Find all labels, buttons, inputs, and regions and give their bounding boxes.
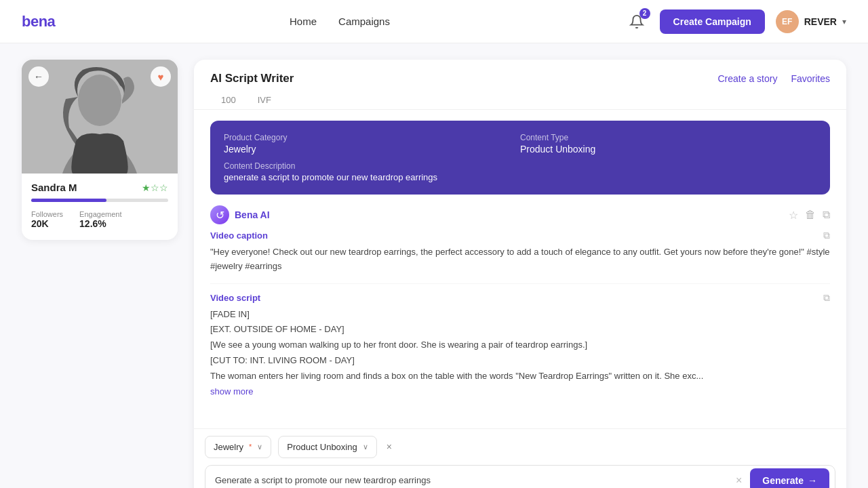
- ai-name: Bena AI: [235, 209, 270, 220]
- video-script-header: Video script ⧉: [210, 292, 830, 304]
- content-type-value: Product Unboxing: [520, 144, 816, 155]
- engagement-value: 12.6%: [79, 218, 121, 229]
- content-description-label: Content Description: [224, 161, 816, 171]
- copy-all-button[interactable]: ⧉: [823, 209, 830, 222]
- copy-caption-button[interactable]: ⧉: [823, 230, 830, 241]
- navbar: bena Home Campaigns 2 Create Campaign EF…: [0, 0, 868, 43]
- back-button[interactable]: ←: [28, 66, 49, 87]
- video-script-title: Video script: [210, 293, 260, 303]
- product-category-item: Product Category Jewelry: [224, 133, 520, 155]
- chevron-icon: ∨: [257, 443, 262, 451]
- create-campaign-button[interactable]: Create Campaign: [660, 9, 765, 34]
- profile-stars: ★☆☆: [142, 182, 168, 193]
- generate-button[interactable]: Generate →: [750, 468, 829, 488]
- filter-row: Jewelry * ∨ Product Unboxing ∨ ×: [205, 436, 835, 458]
- profile-name: Sandra M: [31, 182, 77, 193]
- nav-links: Home Campaigns: [290, 16, 390, 27]
- ai-actions: ☆ 🗑 ⧉: [789, 209, 830, 222]
- heart-icon: ♥: [158, 71, 164, 83]
- script-header-actions: Create a story Favorites: [717, 73, 830, 84]
- video-script-text: [FADE IN][EXT. OUTSIDE OF HOME - DAY][We…: [210, 308, 830, 384]
- chevron-icon-2: ∨: [363, 443, 368, 451]
- jewelry-filter-label: Jewelry: [214, 442, 243, 452]
- chevron-down-icon: ▾: [842, 17, 846, 26]
- create-story-button[interactable]: Create a story: [717, 73, 777, 84]
- show-more-link[interactable]: show more: [210, 386, 254, 396]
- ai-message: ↺ Bena AI ☆ 🗑 ⧉ Video caption ⧉: [210, 205, 830, 407]
- favorite-button[interactable]: ♥: [151, 66, 171, 87]
- filter-close-button[interactable]: ×: [384, 441, 395, 452]
- required-marker: *: [249, 443, 252, 451]
- followers-value: 20K: [31, 218, 63, 229]
- nav-home[interactable]: Home: [290, 16, 317, 27]
- nav-campaigns[interactable]: Campaigns: [338, 16, 390, 27]
- svg-point-2: [78, 75, 121, 126]
- tab-100[interactable]: 100: [210, 91, 247, 109]
- summary-card: Product Category Jewelry Content Type Pr…: [210, 121, 830, 195]
- video-caption-block: Video caption ⧉ "Hey everyone! Check out…: [210, 230, 830, 284]
- profile-bar-fill: [31, 199, 106, 202]
- favorites-button[interactable]: Favorites: [791, 73, 830, 84]
- video-caption-header: Video caption ⧉: [210, 230, 830, 241]
- product-category-label: Product Category: [224, 133, 520, 142]
- content-type-item: Content Type Product Unboxing: [520, 133, 816, 155]
- notifications-button[interactable]: 2: [625, 9, 649, 34]
- refresh-icon: ↺: [216, 209, 224, 222]
- generate-label: Generate: [762, 475, 804, 486]
- profile-info: Sandra M ★☆☆ Followers 20K Engagement 12…: [22, 174, 178, 240]
- star-button[interactable]: ☆: [789, 209, 798, 222]
- profile-card: ← ♥ Sandra M ★☆☆ Followers 20K: [22, 60, 178, 240]
- summary-grid: Product Category Jewelry Content Type Pr…: [224, 133, 816, 155]
- video-script-block: Video script ⧉ [FADE IN][EXT. OUTSIDE OF…: [210, 292, 830, 407]
- ai-name-row: ↺ Bena AI: [210, 205, 270, 224]
- engagement-label: Engagement: [79, 210, 121, 218]
- profile-image-wrap: ← ♥: [22, 60, 178, 174]
- input-area: Jewelry * ∨ Product Unboxing ∨ × × Gener…: [194, 428, 846, 488]
- profile-bar: [31, 199, 168, 202]
- copy-script-button[interactable]: ⧉: [823, 292, 830, 304]
- content-description-value: generate a script to promote our new tea…: [224, 172, 816, 182]
- product-category-value: Jewelry: [224, 144, 520, 155]
- back-icon: ←: [34, 71, 43, 82]
- script-writer-header: AI Script Writer Create a story Favorite…: [194, 60, 846, 85]
- user-menu[interactable]: EF REVER ▾: [776, 10, 846, 33]
- message-input[interactable]: [215, 475, 728, 485]
- unboxing-filter-label: Product Unboxing: [287, 442, 357, 452]
- profile-stats: Followers 20K Engagement 12.6%: [31, 210, 168, 229]
- chat-area: ↺ Bena AI ☆ 🗑 ⧉ Video caption ⧉: [194, 195, 846, 428]
- main-layout: ← ♥ Sandra M ★☆☆ Followers 20K: [0, 43, 868, 488]
- jewelry-filter[interactable]: Jewelry * ∨: [205, 436, 271, 458]
- content-description-item: Content Description generate a script to…: [224, 161, 816, 182]
- script-writer-title: AI Script Writer: [210, 72, 294, 85]
- user-name: REVER: [804, 16, 837, 27]
- clear-input-button[interactable]: ×: [733, 472, 745, 488]
- tab-bar: 100 IVF: [194, 85, 846, 110]
- logo-text: bena: [22, 13, 55, 30]
- tab-ivf[interactable]: IVF: [247, 91, 282, 109]
- video-caption-title: Video caption: [210, 230, 268, 241]
- delete-button[interactable]: 🗑: [805, 209, 816, 222]
- left-panel: ← ♥ Sandra M ★☆☆ Followers 20K: [22, 60, 178, 488]
- followers-label: Followers: [31, 210, 63, 218]
- ai-avatar: ↺: [210, 205, 229, 224]
- followers-stat: Followers 20K: [31, 210, 63, 229]
- notification-badge: 2: [639, 8, 650, 19]
- engagement-stat: Engagement 12.6%: [79, 210, 121, 229]
- content-type-label: Content Type: [520, 133, 816, 142]
- unboxing-filter[interactable]: Product Unboxing ∨: [278, 436, 376, 458]
- right-panel: AI Script Writer Create a story Favorite…: [194, 60, 846, 488]
- message-input-row: × Generate →: [205, 465, 835, 488]
- nav-right: 2 Create Campaign EF REVER ▾: [625, 9, 846, 34]
- avatar: EF: [776, 10, 799, 33]
- logo: bena: [22, 13, 55, 30]
- video-caption-text: "Hey everyone! Check out our new teardro…: [210, 245, 830, 274]
- generate-arrow-icon: →: [808, 475, 817, 486]
- profile-name-row: Sandra M ★☆☆: [31, 182, 168, 193]
- ai-message-header: ↺ Bena AI ☆ 🗑 ⧉: [210, 205, 830, 224]
